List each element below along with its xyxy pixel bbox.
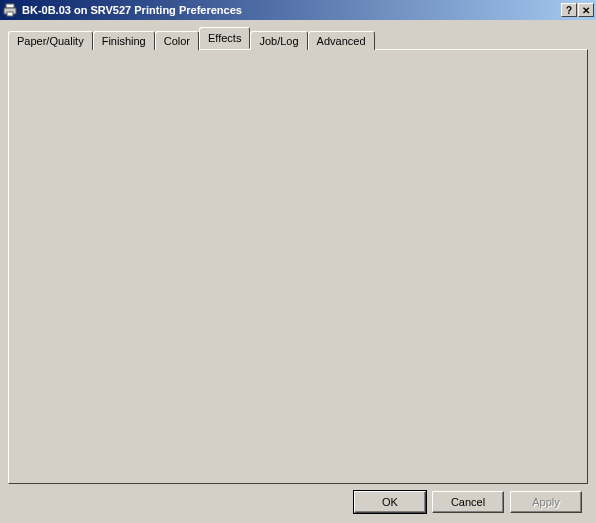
svg-rect-2 (7, 12, 13, 16)
contexthelp-button[interactable]: ? (561, 3, 577, 17)
printer-icon (2, 2, 18, 18)
ok-button[interactable]: OK (354, 491, 426, 513)
dialog-footer: OK Cancel Apply (354, 491, 582, 513)
tab-finishing[interactable]: Finishing (93, 31, 155, 50)
tab-panel-effects (8, 49, 588, 484)
tab-effects[interactable]: Effects (199, 27, 250, 49)
dialog-body: Paper/Quality Finishing Color Effects Jo… (0, 20, 596, 523)
close-button[interactable]: ✕ (578, 3, 594, 17)
tab-paper-quality[interactable]: Paper/Quality (8, 31, 93, 50)
window-title: BK-0B.03 on SRV527 Printing Preferences (22, 4, 561, 16)
tab-job-log[interactable]: Job/Log (250, 31, 307, 50)
svg-rect-0 (6, 4, 14, 8)
titlebar: BK-0B.03 on SRV527 Printing Preferences … (0, 0, 596, 20)
tabstrip: Paper/Quality Finishing Color Effects Jo… (8, 28, 588, 49)
tab-color[interactable]: Color (155, 31, 199, 50)
tab-advanced[interactable]: Advanced (308, 31, 375, 50)
cancel-button[interactable]: Cancel (432, 491, 504, 513)
apply-button[interactable]: Apply (510, 491, 582, 513)
